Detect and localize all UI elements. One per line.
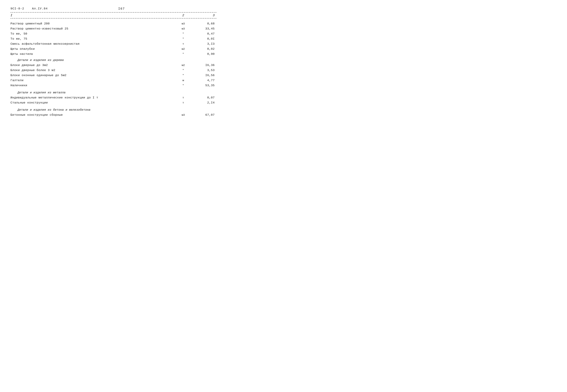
item-value: 0,02 <box>194 47 216 51</box>
item-unit: м2 <box>173 48 194 51</box>
item-unit: м2 <box>173 64 194 67</box>
table-row: Смесь асфальтобетонная мелкозернистая т … <box>11 42 216 45</box>
table-row: То же, 75 " 0,0I <box>11 37 216 41</box>
item-name: Раствор цементный 200 <box>11 22 173 25</box>
item-unit: т <box>173 101 194 104</box>
item-unit: т <box>173 96 194 99</box>
item-name: Галтели <box>11 79 173 82</box>
item-unit: " <box>173 53 194 56</box>
item-name: Наличники <box>11 84 173 87</box>
item-unit: " <box>173 32 194 35</box>
table-row: То же, 50 " 0,47 <box>11 32 216 35</box>
item-value: 3,I3 <box>194 42 216 45</box>
item-value: 4,77 <box>194 79 216 82</box>
table-row: Индивидуальные металлические конструкции… <box>11 96 216 99</box>
section-title: Детали и изделия из бетона и железобетон… <box>11 108 173 112</box>
item-value: 33,45 <box>194 27 216 30</box>
section-title: Детали и изделия из металла <box>11 91 173 94</box>
item-unit: т <box>173 42 194 45</box>
main-table: Раствор цементный 200 м3 0,68 Раствор це… <box>11 22 216 117</box>
table-row: Бетонные конструкции сборные м3 67,07 <box>11 113 216 117</box>
item-value: 0,47 <box>194 32 216 35</box>
table-row: Галтели м 4,77 <box>11 79 216 82</box>
section-header-concrete: Детали и изделия из бетона и железобетон… <box>11 108 216 112</box>
section-title: Детали и изделия из дерева <box>11 58 173 62</box>
doc-code: 9CI-8-2 <box>11 7 24 10</box>
item-unit: м3 <box>173 28 194 30</box>
item-name: Блоки дверные до 3м2 <box>11 64 173 67</box>
item-name: Блоки дверные более 3 м2 <box>11 69 173 72</box>
col-header-1: I <box>11 14 173 17</box>
top-divider <box>11 12 216 13</box>
table-row: Стальные конструкции т 2,I4 <box>11 101 216 104</box>
col-header-2: 2 <box>173 14 194 17</box>
section-header-metal: Детали и изделия из металла <box>11 91 216 94</box>
table-row: Блоки дверные до 3м2 м2 I6,36 <box>11 64 216 67</box>
item-unit: м3 <box>173 114 194 117</box>
item-value: 3,53 <box>194 69 216 72</box>
item-name: Бетонные конструкции сборные <box>11 113 173 117</box>
table-row: Щиты настила " 0,90 <box>11 52 216 56</box>
item-name: Стальные конструкции <box>11 101 173 104</box>
item-unit: " <box>173 69 194 72</box>
item-value: 2,I4 <box>194 101 216 104</box>
item-value: 67,07 <box>194 113 216 117</box>
item-name: Блоки оконные одинарные до 5м2 <box>11 74 173 77</box>
doc-ref: Ал.IУ.84 <box>32 7 48 10</box>
table-row: Раствор цементно-известковый 25 м3 33,45 <box>11 27 216 30</box>
table-row: Наличники " 53,35 <box>11 84 216 87</box>
table-row: Раствор цементный 200 м3 0,68 <box>11 22 216 25</box>
item-value: I6,56 <box>194 74 216 77</box>
column-headers: I 2 3 <box>11 14 216 18</box>
header-code-ref: 9CI-8-2 Ал.IУ.84 <box>11 7 48 10</box>
item-name: Щиты опалубки <box>11 47 173 51</box>
table-row: Щиты опалубки м2 0,02 <box>11 47 216 51</box>
item-name: Индивидуальные металлические конструкции… <box>11 96 173 99</box>
item-unit: м3 <box>173 22 194 25</box>
item-unit: " <box>173 84 194 87</box>
item-value: 0,07 <box>194 96 216 99</box>
item-value: 0,90 <box>194 52 216 56</box>
item-name: Щиты настила <box>11 52 173 56</box>
item-unit: " <box>173 74 194 77</box>
page-header: 9CI-8-2 Ал.IУ.84 I67 <box>11 7 216 11</box>
item-unit: " <box>173 38 194 41</box>
item-name: То же, 75 <box>11 37 173 41</box>
item-name: Смесь асфальтобетонная мелкозернистая <box>11 42 173 45</box>
col-header-3: 3 <box>194 14 216 17</box>
item-value: 0,0I <box>194 37 216 41</box>
item-value: 0,68 <box>194 22 216 25</box>
section-header-wood: Детали и изделия из дерева <box>11 58 216 62</box>
item-unit: м <box>173 79 194 82</box>
item-value: 53,35 <box>194 84 216 87</box>
page-number: I67 <box>118 7 125 11</box>
item-name: То же, 50 <box>11 32 173 35</box>
item-name: Раствор цементно-известковый 25 <box>11 27 173 30</box>
table-row: Блоки оконные одинарные до 5м2 " I6,56 <box>11 74 216 77</box>
item-value: I6,36 <box>194 64 216 67</box>
table-row: Блоки дверные более 3 м2 " 3,53 <box>11 69 216 72</box>
